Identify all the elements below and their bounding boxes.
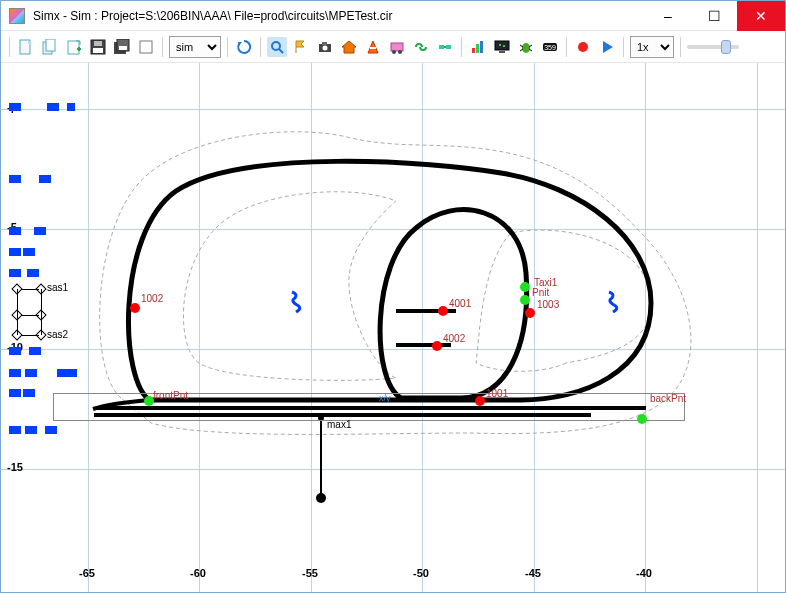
lbl-1001: 1001: [486, 388, 508, 399]
svg-rect-10: [119, 46, 127, 50]
sas2-label: sas2: [47, 329, 68, 340]
pt-1003[interactable]: [525, 308, 535, 318]
svg-rect-28: [476, 44, 479, 53]
svg-point-32: [499, 44, 501, 46]
svg-marker-18: [342, 41, 356, 53]
separator: [680, 37, 681, 57]
y-tick-15: -15: [7, 461, 23, 473]
svg-rect-29: [480, 41, 483, 53]
chart-icon[interactable]: [468, 37, 488, 57]
svg-marker-42: [603, 41, 613, 53]
record-icon[interactable]: [573, 37, 593, 57]
pt-taxi1[interactable]: [520, 282, 530, 292]
play-icon[interactable]: [597, 37, 617, 57]
svg-point-23: [398, 50, 402, 54]
lbl-frontpnt: frontPnt: [153, 390, 188, 401]
link2-icon[interactable]: [435, 37, 455, 57]
sas1-label: sas1: [47, 282, 68, 293]
svg-rect-11: [140, 41, 152, 53]
new-file-icon[interactable]: [16, 37, 36, 57]
separator: [162, 37, 163, 57]
maximize-button[interactable]: ☐: [691, 1, 737, 31]
lbl-1003: 1003: [537, 299, 559, 310]
svg-point-34: [522, 43, 530, 53]
separator: [227, 37, 228, 57]
cone-icon[interactable]: [363, 37, 383, 57]
bug-icon[interactable]: [516, 37, 536, 57]
x-tick-60: -60: [190, 567, 206, 579]
app-icon: [9, 8, 25, 24]
counter-icon[interactable]: 359: [540, 37, 560, 57]
svg-rect-16: [322, 42, 327, 45]
pt-pnit[interactable]: [520, 295, 530, 305]
svg-rect-27: [472, 48, 475, 53]
pt-4001[interactable]: [438, 306, 448, 316]
svg-rect-25: [446, 45, 451, 49]
svg-rect-7: [94, 41, 102, 46]
minimize-button[interactable]: –: [645, 1, 691, 31]
lbl-4001: 4001: [449, 298, 471, 309]
close-button[interactable]: ✕: [737, 1, 785, 31]
pt-max1[interactable]: [316, 493, 326, 503]
separator: [260, 37, 261, 57]
save-multi-icon[interactable]: [112, 37, 132, 57]
blue-marker: [288, 290, 302, 314]
separator: [9, 37, 10, 57]
x-tick-50: -50: [413, 567, 429, 579]
camera-icon[interactable]: [315, 37, 335, 57]
link-icon[interactable]: [411, 37, 431, 57]
pt-1002[interactable]: [130, 303, 140, 313]
refresh-icon[interactable]: [234, 37, 254, 57]
separator: [461, 37, 462, 57]
svg-point-17: [323, 45, 328, 50]
svg-rect-24: [439, 45, 444, 49]
svg-rect-6: [93, 48, 103, 53]
zoom-icon[interactable]: [267, 37, 287, 57]
svg-rect-30: [495, 41, 509, 50]
lbl-4002: 4002: [443, 333, 465, 344]
separator: [566, 37, 567, 57]
house-icon[interactable]: [339, 37, 359, 57]
svg-point-13: [272, 42, 280, 50]
lbl-backpnt: backPnt: [650, 393, 686, 404]
monitor-icon[interactable]: [492, 37, 512, 57]
x-tick-45: -45: [525, 567, 541, 579]
svg-rect-20: [370, 47, 376, 49]
canvas[interactable]: -|0 -5 -10 -15 -65 -60 -55 -50 -45 -40 s…: [1, 63, 785, 592]
pt-4002[interactable]: [432, 341, 442, 351]
svg-rect-21: [391, 43, 403, 51]
svg-rect-31: [499, 51, 505, 53]
box-icon[interactable]: [136, 37, 156, 57]
sim-combo[interactable]: sim: [169, 36, 221, 58]
xy-label: x/y: [379, 393, 391, 403]
x-tick-40: -40: [636, 567, 652, 579]
train-icon[interactable]: [387, 37, 407, 57]
svg-rect-4: [68, 41, 79, 54]
svg-text:359: 359: [544, 44, 556, 51]
new-copy-icon[interactable]: [40, 37, 60, 57]
window-title: Simx - Sim : Project=S:\206BIN\AAA\ File…: [33, 9, 645, 23]
svg-point-22: [392, 50, 396, 54]
x-tick-65: -65: [79, 567, 95, 579]
track-drawing: [1, 63, 785, 592]
new-plus-icon[interactable]: [64, 37, 84, 57]
speed-combo[interactable]: 1x: [630, 36, 674, 58]
lbl-pnit: Pnit: [532, 287, 549, 298]
separator: [623, 37, 624, 57]
lbl-max1: max1: [327, 419, 351, 430]
blue-marker: [605, 290, 619, 314]
svg-rect-3: [46, 39, 55, 51]
slider[interactable]: [687, 45, 739, 49]
x-tick-55: -55: [302, 567, 318, 579]
flag-icon[interactable]: [291, 37, 311, 57]
svg-line-14: [279, 49, 283, 53]
pt-1001[interactable]: [475, 396, 485, 406]
save-icon[interactable]: [88, 37, 108, 57]
pt-backpnt[interactable]: [637, 414, 647, 424]
svg-point-33: [503, 45, 505, 47]
svg-point-41: [578, 42, 588, 52]
toolbar: sim 359 1x: [1, 31, 785, 63]
lbl-1002: 1002: [141, 293, 163, 304]
titlebar: Simx - Sim : Project=S:\206BIN\AAA\ File…: [1, 1, 785, 31]
